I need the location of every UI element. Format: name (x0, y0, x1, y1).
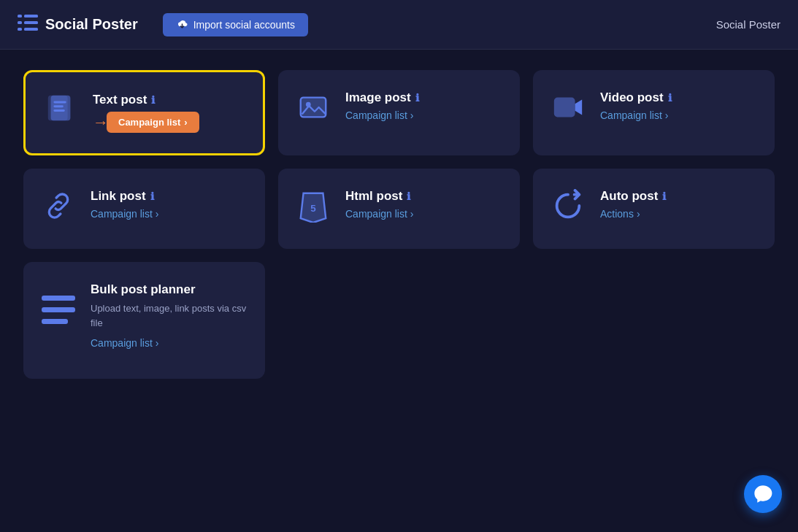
image-post-title: Image post ℹ (345, 90, 502, 105)
auto-post-info-icon[interactable]: ℹ (662, 190, 666, 202)
link-post-title: Link post ℹ (91, 189, 248, 204)
image-post-content: Image post ℹ Campaign list › (345, 90, 502, 121)
text-post-content: Text post ℹ → Campaign list › (93, 93, 245, 133)
logo-icon (18, 15, 38, 35)
svg-rect-7 (51, 96, 71, 121)
bulk-post-description: Upload text, image, link posts via csv f… (91, 301, 248, 330)
text-post-title: Text post ℹ (93, 93, 245, 107)
auto-post-title: Auto post ℹ (600, 189, 757, 204)
cards-grid: Text post ℹ → Campaign list › (23, 70, 775, 249)
auto-post-card[interactable]: Auto post ℹ Actions › (533, 169, 775, 249)
chevron-right-icon: › (410, 208, 414, 220)
campaign-list-arrow-button[interactable]: Campaign list › (107, 112, 199, 133)
main-content: Text post ℹ → Campaign list › (0, 50, 798, 399)
video-post-content: Video post ℹ Campaign list › (600, 90, 757, 121)
image-post-icon (296, 90, 331, 124)
link-post-info-icon[interactable]: ℹ (150, 190, 154, 202)
html-post-card[interactable]: 5 Html post ℹ Campaign list › (278, 169, 520, 249)
svg-rect-11 (301, 98, 326, 117)
text-post-card[interactable]: Text post ℹ → Campaign list › (23, 70, 265, 155)
header: Social Poster Import social accounts Soc… (0, 0, 798, 50)
import-button[interactable]: Import social accounts (163, 13, 308, 36)
html-post-campaign-link[interactable]: Campaign list › (345, 208, 502, 220)
import-btn-label: Import social accounts (193, 19, 295, 31)
svg-rect-5 (24, 28, 38, 31)
text-post-arrow-area: → Campaign list › (93, 112, 245, 133)
bulk-line-2 (42, 307, 75, 312)
svg-rect-2 (18, 21, 22, 24)
header-right-text: Social Poster (716, 18, 780, 31)
bulk-post-content: Bulk post planner Upload text, image, li… (91, 282, 248, 349)
auto-post-actions-link[interactable]: Actions › (600, 208, 757, 220)
cloud-icon (176, 19, 188, 31)
svg-rect-14 (554, 98, 575, 117)
svg-rect-1 (24, 15, 38, 18)
chevron-right-icon: › (156, 208, 159, 220)
bulk-post-card[interactable]: Bulk post planner Upload text, image, li… (23, 262, 265, 379)
chevron-right-icon: › (156, 337, 159, 349)
app-title: Social Poster (45, 16, 138, 33)
text-post-icon (43, 93, 78, 126)
link-post-card[interactable]: Link post ℹ Campaign list › (23, 169, 265, 249)
bulk-lines-icon (42, 296, 75, 324)
video-post-info-icon[interactable]: ℹ (668, 92, 672, 104)
chevron-right-icon: › (410, 109, 414, 121)
video-post-campaign-link[interactable]: Campaign list › (600, 109, 757, 121)
svg-rect-0 (18, 15, 22, 18)
image-post-card[interactable]: Image post ℹ Campaign list › (278, 70, 520, 155)
svg-rect-4 (18, 28, 22, 31)
chevron-right-icon: › (637, 208, 640, 220)
link-post-campaign-link[interactable]: Campaign list › (91, 208, 248, 220)
chevron-right-icon: › (665, 109, 669, 121)
bulk-line-3 (42, 319, 68, 324)
svg-rect-9 (53, 105, 63, 107)
link-post-content: Link post ℹ Campaign list › (91, 189, 248, 220)
auto-post-content: Auto post ℹ Actions › (600, 189, 757, 220)
chevron-right-icon: › (184, 117, 187, 128)
chat-bubble[interactable] (744, 475, 782, 513)
html-post-icon: 5 (296, 189, 331, 223)
auto-post-icon (550, 189, 586, 223)
image-post-info-icon[interactable]: ℹ (415, 92, 419, 104)
svg-text:5: 5 (310, 203, 316, 214)
link-post-icon (41, 189, 76, 223)
bulk-post-icon (41, 288, 76, 324)
bulk-post-campaign-link[interactable]: Campaign list › (91, 337, 248, 349)
image-post-campaign-link[interactable]: Campaign list › (345, 109, 502, 121)
bulk-line-1 (42, 296, 75, 301)
svg-rect-10 (53, 109, 64, 112)
html-post-title: Html post ℹ (345, 189, 502, 204)
html-post-content: Html post ℹ Campaign list › (345, 189, 502, 220)
html-post-info-icon[interactable]: ℹ (407, 190, 410, 202)
video-post-title: Video post ℹ (600, 90, 757, 105)
svg-rect-3 (24, 21, 38, 24)
bulk-post-title: Bulk post planner (91, 282, 248, 297)
video-post-card[interactable]: Video post ℹ Campaign list › (533, 70, 775, 155)
text-post-info-icon[interactable]: ℹ (151, 94, 155, 106)
video-post-icon (550, 90, 586, 124)
svg-rect-8 (53, 101, 66, 104)
logo-area: Social Poster Import social accounts (18, 13, 716, 36)
